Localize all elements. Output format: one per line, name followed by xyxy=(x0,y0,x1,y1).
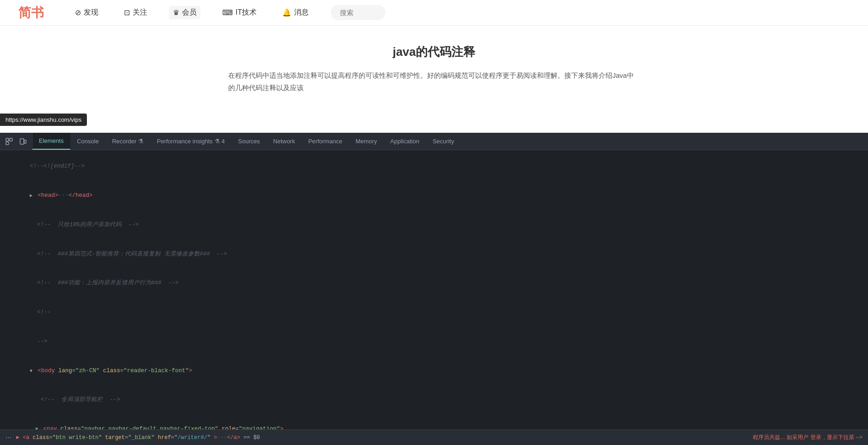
follow-icon: ⊡ xyxy=(124,8,130,17)
search-input[interactable] xyxy=(331,5,386,20)
nav-label-discover: 发现 xyxy=(84,8,98,17)
article-excerpt: 在程序代码中适当地添加注释可以提高程序的可读性和可维护性。好的编码规范可以使程序… xyxy=(228,69,640,94)
nav-item-message[interactable]: 🔔 消息 xyxy=(279,6,312,19)
keyboard-icon: ⌨ xyxy=(222,8,233,17)
nav-label-member: 会员 xyxy=(182,8,197,17)
nav-label-message: 消息 xyxy=(294,8,309,17)
nav-label-follow: 关注 xyxy=(133,8,147,17)
top-nav: 简书 ⊘ 发现 ⊡ 关注 ♛ 会员 ⌨ IT技术 🔔 消息 xyxy=(0,0,868,26)
compass-icon: ⊘ xyxy=(75,8,81,17)
article-title[interactable]: java的代码注释 xyxy=(393,44,476,60)
content-area: java的代码注释 在程序代码中适当地添加注释可以提高程序的可读性和可维护性。好… xyxy=(0,26,868,126)
nav-item-it[interactable]: ⌨ IT技术 xyxy=(219,6,260,19)
bell-icon: 🔔 xyxy=(282,8,291,17)
logo[interactable]: 简书 xyxy=(18,4,44,22)
nav-item-follow[interactable]: ⊡ 关注 xyxy=(120,6,151,19)
nav-label-it: IT技术 xyxy=(236,8,257,17)
nav-item-discover[interactable]: ⊘ 发现 xyxy=(71,6,102,19)
nav-item-member[interactable]: ♛ 会员 xyxy=(169,6,200,19)
url-tooltip: https://www.jianshu.com/vips xyxy=(0,114,87,126)
crown-icon: ♛ xyxy=(173,8,179,17)
